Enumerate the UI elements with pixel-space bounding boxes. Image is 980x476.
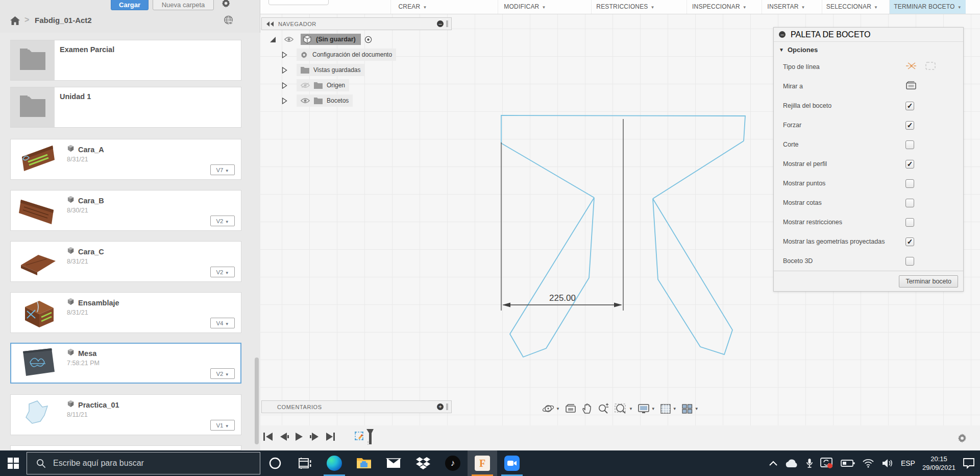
sync-status-icon[interactable] [820, 458, 834, 469]
palette-options-section[interactable]: ▼ Opciones [774, 42, 963, 57]
checkbox-checked[interactable]: ✓ [905, 237, 914, 246]
microphone-icon[interactable] [806, 458, 813, 468]
look-at-icon[interactable] [905, 81, 917, 92]
upload-button[interactable]: Cargar [111, 0, 149, 10]
section-expand-icon[interactable]: ▼ [779, 47, 784, 53]
pan-tool[interactable] [581, 403, 593, 414]
checkbox-unchecked[interactable] [905, 140, 914, 149]
file-card-partial[interactable] [10, 445, 241, 450]
task-view-button[interactable] [290, 450, 320, 476]
tree-item-origen[interactable]: Origen [261, 78, 455, 93]
timeline-options-gear-icon[interactable] [958, 433, 968, 443]
menu-modificar[interactable]: MODIFICAR▼ [498, 0, 552, 14]
battery-icon[interactable] [841, 459, 855, 467]
dropbox-taskbar-icon[interactable] [408, 450, 438, 476]
construction-line-icon[interactable] [905, 61, 918, 73]
tree-item-chip[interactable]: Configuración del documento [297, 49, 396, 61]
visibility-eye-icon[interactable] [301, 98, 310, 104]
home-icon[interactable] [10, 16, 20, 25]
checkbox-unchecked[interactable] [905, 218, 914, 227]
edge-taskbar-icon[interactable] [320, 450, 349, 476]
file-card-mesa[interactable]: Mesa7:58:21 PMV2 ▼ [10, 343, 241, 384]
version-badge[interactable]: V7 ▼ [210, 164, 235, 175]
action-center-icon[interactable] [963, 458, 975, 469]
expand-arrow-icon[interactable] [282, 67, 287, 74]
finish-sketch-button[interactable]: Terminar boceto [899, 275, 958, 288]
fusion360-taskbar-icon[interactable]: F [468, 450, 497, 476]
tree-root-row[interactable]: (Sin guardar) [261, 32, 455, 47]
timeline-go-end-button[interactable] [325, 432, 336, 444]
expand-arrow-icon[interactable] [282, 82, 287, 89]
look-at-tool[interactable] [565, 403, 577, 414]
file-card-practica-01[interactable]: Practica_018/11/21V1 ▼ [10, 394, 241, 435]
wifi-icon[interactable] [862, 459, 874, 468]
menu-crear[interactable]: CREAR▼ [390, 0, 434, 14]
activate-target-icon[interactable] [364, 36, 372, 43]
tree-item-chip[interactable]: Bocetos [297, 94, 353, 107]
checkbox-unchecked[interactable] [905, 257, 914, 266]
file-card-cara-a[interactable]: Cara_A8/31/21V7 ▼ [10, 139, 241, 180]
tree-item-vistas-guardadas[interactable]: Vistas guardadas [261, 62, 455, 78]
taskbar-clock[interactable]: 20:15 29/09/2021 [922, 455, 955, 472]
tiktok-taskbar-icon[interactable]: ♪ [438, 450, 468, 476]
comments-panel-header[interactable]: COMENTARIOS + [261, 400, 452, 413]
root-visibility-eye-icon[interactable] [284, 36, 293, 42]
comments-drag-grip[interactable] [446, 403, 448, 410]
root-expanded-icon[interactable] [270, 36, 276, 43]
collapse-left-icon[interactable] [266, 21, 274, 27]
file-explorer-taskbar-icon[interactable] [349, 450, 379, 476]
palette-collapse-icon[interactable]: – [779, 31, 786, 38]
checkbox-checked[interactable]: ✓ [905, 160, 914, 169]
breadcrumb-project-label[interactable]: Fabdig_01-Act2 [35, 16, 92, 25]
menu-restricciones[interactable]: RESTRICCIONES▼ [591, 0, 659, 14]
folder-card-unidad-1[interactable]: Unidad 1 [10, 87, 241, 128]
tree-item-configuraci-n-del-documento[interactable]: Configuración del documento [261, 47, 455, 62]
cortana-button[interactable] [260, 450, 290, 476]
reference-line-icon[interactable] [925, 61, 936, 73]
navigator-drag-grip[interactable] [446, 20, 448, 27]
zoom-window-tool[interactable]: ▼ [614, 403, 633, 414]
expand-arrow-icon[interactable] [282, 52, 287, 58]
folder-card-examen-parcial[interactable]: Examen Parcial [10, 40, 241, 81]
checkbox-checked[interactable]: ✓ [905, 121, 914, 130]
menu-terminar-boceto[interactable]: TERMINAR BOCETO▼ [889, 0, 966, 14]
zoom-tool[interactable] [597, 403, 609, 414]
version-badge[interactable]: V4 ▼ [210, 318, 235, 328]
globe-visibility-icon[interactable] [223, 15, 234, 26]
grid-settings-tool[interactable]: ▼ [660, 403, 677, 414]
display-settings-tool[interactable]: ▼ [638, 403, 655, 414]
zoom-taskbar-icon[interactable] [497, 450, 527, 476]
tree-item-bocetos[interactable]: Bocetos [261, 93, 455, 108]
viewports-tool[interactable]: ▼ [681, 403, 699, 414]
sketch-canvas[interactable]: 225.00 NAVEGADOR – (Sin guardar)Configur… [260, 14, 980, 450]
tray-chevron-up-icon[interactable] [769, 461, 777, 466]
volume-icon[interactable] [881, 459, 894, 468]
taskbar-search-box[interactable]: Escribe aquí para buscar [27, 452, 260, 474]
data-panel-scrollbar[interactable] [255, 33, 259, 450]
expand-arrow-icon[interactable] [282, 98, 287, 104]
checkbox-checked[interactable]: ✓ [905, 102, 914, 110]
timeline-sketch-feature-marker[interactable] [354, 428, 376, 447]
orbit-tool[interactable]: ▼ [542, 403, 560, 414]
version-badge[interactable]: V2 ▼ [210, 216, 235, 226]
menu-insertar[interactable]: INSERTAR▼ [762, 0, 811, 14]
checkbox-unchecked[interactable] [905, 179, 914, 188]
file-card-ensamblaje[interactable]: Ensamblaje8/31/21V4 ▼ [10, 292, 241, 333]
mail-taskbar-icon[interactable] [379, 450, 408, 476]
start-button[interactable] [0, 450, 27, 476]
timeline-go-start-button[interactable] [262, 432, 274, 444]
menu-seleccionar[interactable]: SELECCIONAR▼ [822, 0, 882, 14]
version-badge[interactable]: V2 ▼ [210, 267, 235, 277]
dimension-lines[interactable] [501, 119, 623, 311]
navigator-collapse-icon[interactable]: – [437, 20, 444, 27]
new-folder-button[interactable]: Nueva carpeta [153, 0, 214, 10]
timeline-step-forward-button[interactable] [309, 432, 320, 444]
navigator-panel-header[interactable]: NAVEGADOR – [261, 17, 452, 30]
settings-gear-icon[interactable] [222, 0, 232, 8]
sketch-palette-header[interactable]: – PALETA DE BOCETO [774, 28, 963, 42]
timeline-step-back-button[interactable] [278, 432, 289, 444]
onedrive-cloud-icon[interactable] [785, 459, 799, 468]
version-badge[interactable]: V2 ▼ [210, 368, 235, 379]
timeline-play-button[interactable] [294, 432, 304, 444]
comments-add-icon[interactable]: + [437, 403, 444, 410]
